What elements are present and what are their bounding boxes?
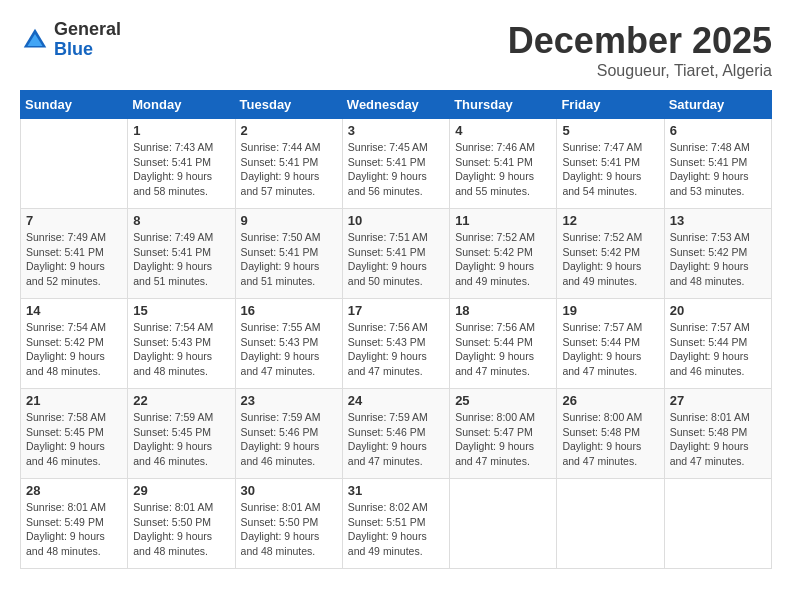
day-info: Sunrise: 8:01 AM Sunset: 5:50 PM Dayligh… — [133, 500, 229, 559]
header-monday: Monday — [128, 91, 235, 119]
day-info: Sunrise: 7:48 AM Sunset: 5:41 PM Dayligh… — [670, 140, 766, 199]
day-info: Sunrise: 7:44 AM Sunset: 5:41 PM Dayligh… — [241, 140, 337, 199]
day-info: Sunrise: 7:43 AM Sunset: 5:41 PM Dayligh… — [133, 140, 229, 199]
calendar-cell: 19Sunrise: 7:57 AM Sunset: 5:44 PM Dayli… — [557, 299, 664, 389]
day-info: Sunrise: 7:55 AM Sunset: 5:43 PM Dayligh… — [241, 320, 337, 379]
day-number: 20 — [670, 303, 766, 318]
logo-blue: Blue — [54, 40, 121, 60]
day-number: 8 — [133, 213, 229, 228]
day-info: Sunrise: 7:56 AM Sunset: 5:44 PM Dayligh… — [455, 320, 551, 379]
calendar-cell: 17Sunrise: 7:56 AM Sunset: 5:43 PM Dayli… — [342, 299, 449, 389]
calendar-cell: 20Sunrise: 7:57 AM Sunset: 5:44 PM Dayli… — [664, 299, 771, 389]
calendar-week-3: 14Sunrise: 7:54 AM Sunset: 5:42 PM Dayli… — [21, 299, 772, 389]
calendar-cell: 2Sunrise: 7:44 AM Sunset: 5:41 PM Daylig… — [235, 119, 342, 209]
calendar-cell: 10Sunrise: 7:51 AM Sunset: 5:41 PM Dayli… — [342, 209, 449, 299]
day-number: 4 — [455, 123, 551, 138]
calendar-cell: 16Sunrise: 7:55 AM Sunset: 5:43 PM Dayli… — [235, 299, 342, 389]
day-number: 11 — [455, 213, 551, 228]
calendar-cell: 8Sunrise: 7:49 AM Sunset: 5:41 PM Daylig… — [128, 209, 235, 299]
day-number: 21 — [26, 393, 122, 408]
logo-text: General Blue — [54, 20, 121, 60]
day-number: 13 — [670, 213, 766, 228]
calendar-cell: 7Sunrise: 7:49 AM Sunset: 5:41 PM Daylig… — [21, 209, 128, 299]
day-number: 1 — [133, 123, 229, 138]
day-number: 14 — [26, 303, 122, 318]
day-number: 16 — [241, 303, 337, 318]
day-number: 12 — [562, 213, 658, 228]
day-number: 23 — [241, 393, 337, 408]
day-info: Sunrise: 8:00 AM Sunset: 5:48 PM Dayligh… — [562, 410, 658, 469]
day-info: Sunrise: 7:52 AM Sunset: 5:42 PM Dayligh… — [562, 230, 658, 289]
calendar-cell: 23Sunrise: 7:59 AM Sunset: 5:46 PM Dayli… — [235, 389, 342, 479]
day-info: Sunrise: 7:50 AM Sunset: 5:41 PM Dayligh… — [241, 230, 337, 289]
day-number: 15 — [133, 303, 229, 318]
calendar-cell: 29Sunrise: 8:01 AM Sunset: 5:50 PM Dayli… — [128, 479, 235, 569]
calendar-cell: 28Sunrise: 8:01 AM Sunset: 5:49 PM Dayli… — [21, 479, 128, 569]
day-info: Sunrise: 7:59 AM Sunset: 5:45 PM Dayligh… — [133, 410, 229, 469]
calendar-cell: 31Sunrise: 8:02 AM Sunset: 5:51 PM Dayli… — [342, 479, 449, 569]
day-number: 3 — [348, 123, 444, 138]
day-number: 17 — [348, 303, 444, 318]
header-friday: Friday — [557, 91, 664, 119]
calendar-cell: 25Sunrise: 8:00 AM Sunset: 5:47 PM Dayli… — [450, 389, 557, 479]
day-info: Sunrise: 7:54 AM Sunset: 5:43 PM Dayligh… — [133, 320, 229, 379]
day-info: Sunrise: 7:59 AM Sunset: 5:46 PM Dayligh… — [241, 410, 337, 469]
day-info: Sunrise: 7:52 AM Sunset: 5:42 PM Dayligh… — [455, 230, 551, 289]
day-info: Sunrise: 8:02 AM Sunset: 5:51 PM Dayligh… — [348, 500, 444, 559]
calendar-cell: 11Sunrise: 7:52 AM Sunset: 5:42 PM Dayli… — [450, 209, 557, 299]
day-number: 19 — [562, 303, 658, 318]
calendar-header-row: SundayMondayTuesdayWednesdayThursdayFrid… — [21, 91, 772, 119]
calendar-cell: 21Sunrise: 7:58 AM Sunset: 5:45 PM Dayli… — [21, 389, 128, 479]
calendar-cell: 26Sunrise: 8:00 AM Sunset: 5:48 PM Dayli… — [557, 389, 664, 479]
month-title: December 2025 — [508, 20, 772, 62]
calendar-cell: 3Sunrise: 7:45 AM Sunset: 5:41 PM Daylig… — [342, 119, 449, 209]
calendar-cell — [557, 479, 664, 569]
calendar-cell: 1Sunrise: 7:43 AM Sunset: 5:41 PM Daylig… — [128, 119, 235, 209]
day-info: Sunrise: 7:59 AM Sunset: 5:46 PM Dayligh… — [348, 410, 444, 469]
day-info: Sunrise: 7:53 AM Sunset: 5:42 PM Dayligh… — [670, 230, 766, 289]
calendar-table: SundayMondayTuesdayWednesdayThursdayFrid… — [20, 90, 772, 569]
day-info: Sunrise: 8:00 AM Sunset: 5:47 PM Dayligh… — [455, 410, 551, 469]
calendar-cell: 5Sunrise: 7:47 AM Sunset: 5:41 PM Daylig… — [557, 119, 664, 209]
day-number: 5 — [562, 123, 658, 138]
day-info: Sunrise: 7:54 AM Sunset: 5:42 PM Dayligh… — [26, 320, 122, 379]
calendar-week-5: 28Sunrise: 8:01 AM Sunset: 5:49 PM Dayli… — [21, 479, 772, 569]
day-info: Sunrise: 8:01 AM Sunset: 5:50 PM Dayligh… — [241, 500, 337, 559]
day-number: 22 — [133, 393, 229, 408]
day-info: Sunrise: 7:56 AM Sunset: 5:43 PM Dayligh… — [348, 320, 444, 379]
logo: General Blue — [20, 20, 121, 60]
day-number: 24 — [348, 393, 444, 408]
calendar-cell: 15Sunrise: 7:54 AM Sunset: 5:43 PM Dayli… — [128, 299, 235, 389]
day-info: Sunrise: 7:57 AM Sunset: 5:44 PM Dayligh… — [670, 320, 766, 379]
calendar-cell — [450, 479, 557, 569]
header-thursday: Thursday — [450, 91, 557, 119]
day-info: Sunrise: 7:57 AM Sunset: 5:44 PM Dayligh… — [562, 320, 658, 379]
page-header: General Blue December 2025 Sougueur, Tia… — [20, 20, 772, 80]
day-number: 7 — [26, 213, 122, 228]
calendar-cell: 18Sunrise: 7:56 AM Sunset: 5:44 PM Dayli… — [450, 299, 557, 389]
header-saturday: Saturday — [664, 91, 771, 119]
calendar-cell — [664, 479, 771, 569]
day-info: Sunrise: 7:47 AM Sunset: 5:41 PM Dayligh… — [562, 140, 658, 199]
day-number: 29 — [133, 483, 229, 498]
logo-icon — [20, 25, 50, 55]
day-number: 6 — [670, 123, 766, 138]
header-wednesday: Wednesday — [342, 91, 449, 119]
header-sunday: Sunday — [21, 91, 128, 119]
calendar-cell: 4Sunrise: 7:46 AM Sunset: 5:41 PM Daylig… — [450, 119, 557, 209]
calendar-cell: 9Sunrise: 7:50 AM Sunset: 5:41 PM Daylig… — [235, 209, 342, 299]
day-info: Sunrise: 8:01 AM Sunset: 5:48 PM Dayligh… — [670, 410, 766, 469]
day-info: Sunrise: 7:49 AM Sunset: 5:41 PM Dayligh… — [26, 230, 122, 289]
day-info: Sunrise: 7:46 AM Sunset: 5:41 PM Dayligh… — [455, 140, 551, 199]
calendar-cell: 14Sunrise: 7:54 AM Sunset: 5:42 PM Dayli… — [21, 299, 128, 389]
day-info: Sunrise: 7:49 AM Sunset: 5:41 PM Dayligh… — [133, 230, 229, 289]
calendar-cell: 12Sunrise: 7:52 AM Sunset: 5:42 PM Dayli… — [557, 209, 664, 299]
day-number: 27 — [670, 393, 766, 408]
calendar-cell: 24Sunrise: 7:59 AM Sunset: 5:46 PM Dayli… — [342, 389, 449, 479]
calendar-week-2: 7Sunrise: 7:49 AM Sunset: 5:41 PM Daylig… — [21, 209, 772, 299]
title-block: December 2025 Sougueur, Tiaret, Algeria — [508, 20, 772, 80]
calendar-cell: 6Sunrise: 7:48 AM Sunset: 5:41 PM Daylig… — [664, 119, 771, 209]
day-number: 26 — [562, 393, 658, 408]
logo-general: General — [54, 20, 121, 40]
calendar-cell — [21, 119, 128, 209]
